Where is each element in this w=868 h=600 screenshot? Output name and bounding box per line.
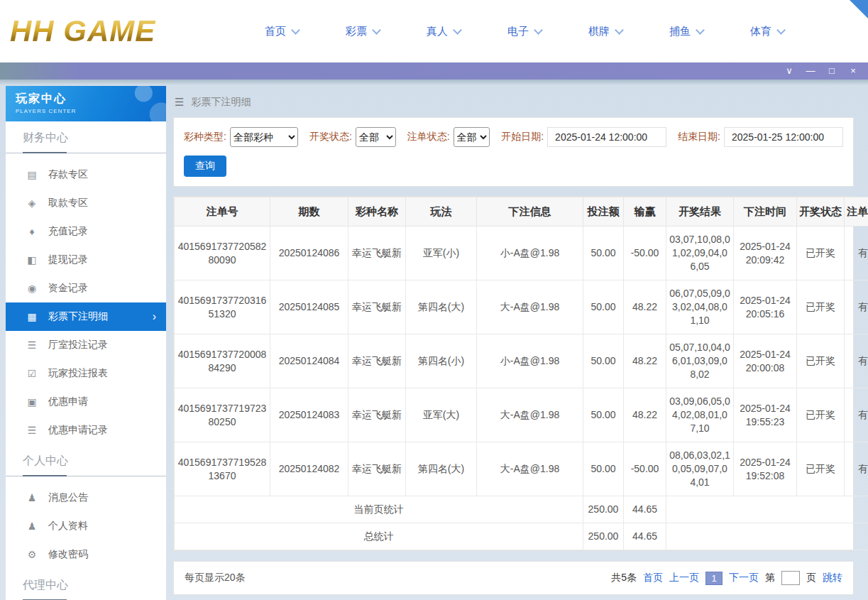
nav-item-fishing[interactable]: 捕鱼 (646, 25, 727, 38)
draw-status-select[interactable]: 全部 (356, 127, 396, 147)
nav-item-label: 首页 (265, 25, 286, 38)
per-page-text: 每页显示20条 (185, 572, 246, 584)
sidebar-item-profile[interactable]: ♟个人资料 (6, 512, 166, 540)
order-status-select[interactable]: 全部 (454, 127, 490, 147)
nav-item-label: 体育 (750, 25, 771, 38)
table-cell: 48.22 (624, 388, 666, 442)
table-cell: 已开奖 (797, 442, 845, 496)
sidebar-item-lottery-bet-details[interactable]: ▦彩票下注明细› (6, 302, 166, 331)
first-page-link[interactable]: 首页 (643, 572, 663, 584)
table-cell: 20250124083 (270, 388, 348, 442)
sidebar-item-player-bet-report[interactable]: ☑玩家投注报表 (6, 359, 166, 388)
page-title: 彩票下注明细 (191, 96, 251, 109)
sidebar-item-label: 优惠申请 (48, 396, 88, 408)
prev-page-link[interactable]: 上一页 (669, 572, 699, 584)
table-row: 40156917377197238025020250124083幸运飞艇新亚军(… (175, 388, 868, 442)
nav-item-sports[interactable]: 体育 (727, 25, 808, 38)
maximize-button[interactable]: □ (821, 62, 842, 80)
collapse-button[interactable]: ∨ (779, 62, 800, 80)
table-cell: 401569173771972380250 (175, 388, 270, 442)
deposit-icon: ▤ (26, 169, 38, 180)
table-cell: 亚军(大) (406, 388, 477, 442)
column-header: 下注时间 (734, 197, 797, 227)
pagination-bar: 每页显示20条 共5条 首页 上一页 1 下一页 第 页 跳转 (173, 561, 854, 595)
lottery-type-select[interactable]: 全部彩种 (230, 127, 298, 147)
start-date-input[interactable] (547, 127, 666, 147)
sidebar-subtitle: PLAYERS CENTER (16, 108, 166, 114)
sidebar-item-label: 修改密码 (48, 548, 88, 561)
sidebar-item-change-password[interactable]: ⚙修改密码 (6, 540, 166, 569)
table-cell: 亚军(小) (406, 227, 477, 280)
table-cell: 20250124085 (270, 280, 348, 334)
end-date-input[interactable] (724, 127, 843, 147)
corner-decoration (850, 0, 868, 18)
sidebar-item-label: 个人资料 (48, 520, 88, 533)
table-cell: 小-A盘@1.98 (477, 334, 583, 388)
table-cell: 48.22 (624, 280, 666, 334)
sidebar-item-messages[interactable]: ♟消息公告 (6, 484, 166, 512)
sidebar-header: 玩家中心 PLAYERS CENTER (6, 86, 166, 121)
sidebar-item-funds-records[interactable]: ◉资金记录 (6, 274, 166, 302)
nav-item-live[interactable]: 真人 (403, 25, 484, 38)
page-jump-input[interactable] (781, 571, 800, 585)
chevron-down-icon (615, 26, 624, 35)
jump-button[interactable]: 跳转 (823, 572, 842, 584)
column-header: 彩种名称 (348, 197, 406, 227)
table-cell: -50.00 (624, 227, 666, 280)
sidebar-item-promo-application[interactable]: ▣优惠申请 (6, 388, 166, 416)
hall-bets-icon: ☰ (26, 339, 38, 351)
breadcrumb: ☰ 彩票下注明细 (175, 96, 854, 109)
sidebar-item-label: 优惠申请记录 (48, 424, 108, 437)
site-logo[interactable]: HH GAME (10, 14, 223, 48)
sidebar-item-recharge-records[interactable]: ♦充值记录 (6, 217, 166, 246)
chevron-right-icon: › (153, 310, 156, 323)
sidebar-item-withdrawal-records[interactable]: ◧提现记录 (6, 246, 166, 274)
search-button[interactable]: 查询 (184, 156, 226, 177)
window-controls: ∨—□× (779, 62, 864, 80)
sidebar-item-withdraw-zone[interactable]: ◈取款专区 (6, 189, 166, 217)
table-cell: 401569173772031651320 (175, 280, 270, 334)
table-cell: 50.00 (583, 227, 624, 280)
table-cell: 20250124082 (270, 442, 348, 496)
table-cell: 08,06,03,02,10,05,09,07,04,01 (666, 442, 734, 496)
sidebar-section-agent-center: 代理中心 (6, 578, 166, 600)
table-cell: 03,09,06,05,04,02,08,01,07,10 (666, 388, 734, 442)
table-cell: 48.22 (624, 334, 666, 388)
summary-row: 当前页统计250.0044.65 (175, 496, 868, 523)
funds-record-icon: ◉ (26, 283, 38, 294)
sidebar-item-deposit-zone[interactable]: ▤存款专区 (6, 160, 166, 189)
sidebar-item-hall-bet-records[interactable]: ☰厅室投注记录 (6, 331, 166, 359)
table-body: 40156917377205828009020250124086幸运飞艇新亚军(… (175, 227, 868, 550)
chevron-down-icon (453, 26, 462, 35)
close-button[interactable]: × (842, 62, 864, 80)
menu-icon[interactable]: ☰ (175, 96, 184, 109)
current-page[interactable]: 1 (705, 572, 723, 585)
table-cell: 50.00 (583, 388, 624, 442)
filter-panel: 彩种类型: 全部彩种 开奖状态: 全部 注单状态: 全部 开始日期: 结束日期:… (173, 117, 854, 187)
table-row: 40156917377195281367020250124082幸运飞艇新第四名… (175, 442, 868, 496)
sidebar-title: 玩家中心 (16, 92, 166, 107)
nav-item-home[interactable]: 首页 (241, 25, 322, 38)
column-header: 下注信息 (477, 197, 583, 227)
nav-item-lottery[interactable]: 彩票 (322, 25, 403, 38)
bets-table-panel: 注单号期数彩种名称玩法下注信息投注额输赢开奖结果下注时间开奖状态注单状态 401… (173, 196, 854, 551)
nav-item-electronic[interactable]: 电子 (484, 25, 565, 38)
table-cell: 小-A盘@1.98 (477, 227, 583, 280)
site-header: HH GAME 首页彩票真人电子棋牌捕鱼体育 (0, 0, 868, 62)
table-row: 40156917377200088429020250124084幸运飞艇新第四名… (175, 334, 868, 388)
nav-item-label: 捕鱼 (669, 25, 691, 38)
next-page-link[interactable]: 下一页 (729, 572, 759, 584)
minimize-button[interactable]: — (800, 62, 821, 80)
promo-icon: ▣ (26, 396, 38, 408)
nav-item-label: 棋牌 (588, 25, 610, 38)
summary-win-loss: 44.65 (624, 496, 666, 523)
nav-item-chess-cards[interactable]: 棋牌 (565, 25, 646, 38)
start-date-label: 开始日期: (501, 131, 544, 143)
table-cell: 幸运飞艇新 (348, 280, 406, 334)
table-cell: 06,07,05,09,03,02,04,08,01,10 (666, 280, 734, 334)
message-icon: ♟ (26, 492, 38, 503)
nav-item-label: 真人 (427, 25, 448, 38)
sidebar-item-promo-application-records[interactable]: ☰优惠申请记录 (6, 416, 166, 444)
table-cell: 50.00 (583, 280, 624, 334)
sidebar-item-label: 消息公告 (48, 491, 88, 504)
